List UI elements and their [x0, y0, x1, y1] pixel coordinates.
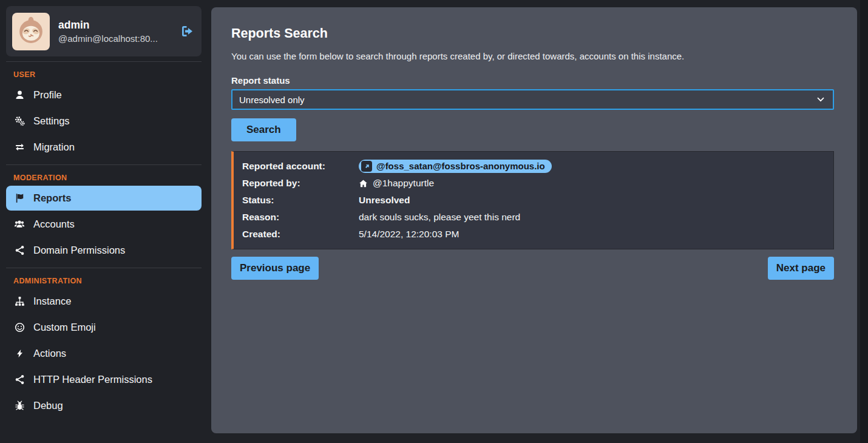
sidebar-item-accounts[interactable]: Accounts	[6, 212, 202, 237]
flag-icon	[13, 193, 25, 203]
sidebar-item-profile[interactable]: Profile	[6, 83, 202, 107]
sidebar-divider	[6, 268, 202, 268]
avatar	[12, 13, 50, 50]
search-button[interactable]: Search	[231, 118, 296, 141]
bug-icon	[13, 401, 25, 411]
share-nodes-icon	[13, 374, 25, 385]
scrollbar[interactable]	[860, 0, 868, 443]
external-link-icon	[361, 161, 372, 172]
sidebar-item-domain-permissions[interactable]: Domain Permissions	[6, 238, 202, 263]
sidebar-item-label: Settings	[33, 115, 70, 127]
sidebar-section-moderation: MODERATION Reports	[6, 174, 202, 263]
sidebar-section-user: USER Profile	[6, 70, 202, 160]
previous-page-button[interactable]: Previous page	[231, 257, 319, 280]
section-label-user: USER	[13, 70, 202, 79]
sidebar: admin @admin@localhost:80... USER	[0, 0, 211, 443]
settings-app: admin @admin@localhost:80... USER	[0, 0, 868, 443]
sidebar-item-label: Actions	[33, 348, 66, 359]
report-row-label: Status:	[242, 192, 359, 208]
report-status-label: Report status	[231, 75, 834, 86]
smiley-icon	[13, 322, 25, 333]
transfer-arrows-icon	[13, 142, 25, 152]
reporter-handle: @1happyturtle	[373, 175, 434, 191]
sidebar-divider	[6, 164, 202, 165]
reported-account-link[interactable]: @foss_satan@fossbros-anonymous.io	[359, 160, 552, 173]
report-row-label: Reported by:	[242, 175, 359, 191]
report-status-select[interactable]: Unresolved only	[231, 89, 834, 110]
sidebar-item-instance[interactable]: Instance	[6, 289, 202, 314]
report-row-label: Reported account:	[242, 158, 359, 174]
user-info: admin @admin@localhost:80...	[58, 19, 158, 44]
sidebar-item-label: Accounts	[33, 218, 75, 230]
sidebar-section-administration: ADMINISTRATION Instance	[6, 277, 202, 418]
pagination: Previous page Next page	[231, 257, 834, 280]
sitemap-icon	[13, 296, 25, 306]
sidebar-item-label: Custom Emoji	[33, 322, 96, 333]
sidebar-item-label: Reports	[33, 192, 71, 204]
section-label-moderation: MODERATION	[13, 174, 202, 182]
sidebar-item-label: Profile	[33, 89, 62, 101]
report-row-label: Reason:	[242, 209, 359, 225]
user-name: admin	[58, 19, 158, 32]
user-card[interactable]: admin @admin@localhost:80...	[6, 6, 202, 56]
sidebar-item-label: Debug	[33, 400, 63, 411]
sidebar-item-settings[interactable]: Settings	[6, 109, 202, 134]
sidebar-item-label: Instance	[33, 296, 71, 307]
sidebar-item-custom-emoji[interactable]: Custom Emoji	[6, 315, 202, 340]
bolt-icon	[13, 349, 25, 358]
sidebar-item-label: Domain Permissions	[33, 245, 125, 256]
sign-out-icon[interactable]	[180, 24, 194, 38]
page-description: You can use the form below to search thr…	[231, 51, 834, 61]
report-status-selected-value: Unresolved only	[239, 95, 305, 105]
sidebar-item-actions[interactable]: Actions	[6, 341, 202, 366]
user-icon	[13, 90, 25, 100]
report-card[interactable]: Reported account: @foss_satan@fossbros-a…	[231, 151, 834, 249]
users-icon	[13, 219, 25, 230]
page-title: Reports Search	[231, 26, 834, 41]
user-handle: @admin@localhost:80...	[58, 33, 158, 44]
sidebar-item-label: HTTP Header Permissions	[33, 374, 152, 385]
next-page-button[interactable]: Next page	[768, 257, 834, 280]
report-reason-value: dark souls sucks, please yeet this nerd	[359, 209, 825, 225]
sidebar-item-label: Migration	[33, 141, 75, 153]
report-created-value: 5/14/2022, 12:20:03 PM	[359, 226, 825, 242]
share-nodes-icon	[13, 245, 25, 255]
main-panel: Reports Search You can use the form belo…	[211, 7, 857, 433]
sidebar-divider	[6, 61, 202, 62]
sidebar-item-http-header-permissions[interactable]: HTTP Header Permissions	[6, 367, 202, 392]
reported-account-handle: @foss_satan@fossbros-anonymous.io	[376, 161, 545, 172]
section-label-administration: ADMINISTRATION	[13, 277, 202, 285]
report-row-label: Created:	[242, 226, 359, 242]
chevron-down-icon	[817, 97, 824, 102]
sidebar-item-reports[interactable]: Reports	[6, 186, 202, 211]
sidebar-item-migration[interactable]: Migration	[6, 135, 202, 160]
sidebar-item-debug[interactable]: Debug	[6, 393, 202, 418]
home-icon	[359, 179, 368, 188]
report-status-value: Unresolved	[359, 192, 825, 208]
gears-icon	[13, 116, 25, 126]
